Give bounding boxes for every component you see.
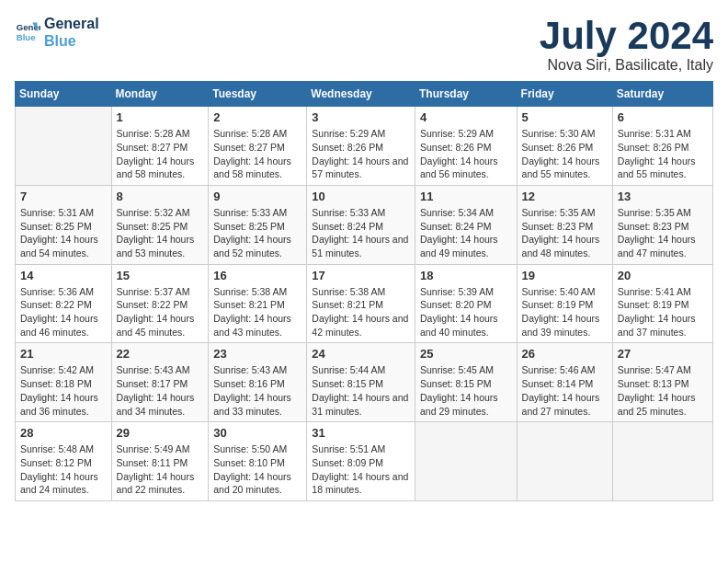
calendar-cell: 1Sunrise: 5:28 AMSunset: 8:27 PMDaylight… [111,107,209,186]
date-number: 15 [117,269,204,282]
date-number: 14 [20,269,107,282]
logo-icon: General Blue [15,19,40,45]
cell-info: Sunrise: 5:39 AMSunset: 8:20 PMDaylight:… [420,285,512,339]
calendar-week-row: 28Sunrise: 5:48 AMSunset: 8:12 PMDayligh… [16,422,713,501]
date-number: 4 [420,110,512,124]
calendar-cell: 19Sunrise: 5:40 AMSunset: 8:19 PMDayligh… [517,264,612,343]
location-title: Nova Siri, Basilicate, Italy [540,57,713,74]
calendar-cell: 20Sunrise: 5:41 AMSunset: 8:19 PMDayligh… [612,264,712,343]
calendar-cell: 21Sunrise: 5:42 AMSunset: 8:18 PMDayligh… [16,343,112,422]
date-number: 29 [117,426,204,440]
cell-info: Sunrise: 5:29 AMSunset: 8:26 PMDaylight:… [420,127,512,181]
date-number: 19 [522,269,608,282]
cell-info: Sunrise: 5:29 AMSunset: 8:26 PMDaylight:… [312,127,410,181]
cell-info: Sunrise: 5:32 AMSunset: 8:25 PMDaylight:… [117,206,204,260]
weekday-header-monday: Monday [111,82,209,107]
date-number: 9 [213,190,301,203]
calendar-table: SundayMondayTuesdayWednesdayThursdayFrid… [15,81,713,501]
cell-info: Sunrise: 5:28 AMSunset: 8:27 PMDaylight:… [117,127,204,181]
date-number: 21 [20,347,107,361]
calendar-week-row: 14Sunrise: 5:36 AMSunset: 8:22 PMDayligh… [16,264,713,343]
cell-info: Sunrise: 5:51 AMSunset: 8:09 PMDaylight:… [312,442,410,497]
calendar-cell: 22Sunrise: 5:43 AMSunset: 8:17 PMDayligh… [111,343,209,422]
cell-info: Sunrise: 5:38 AMSunset: 8:21 PMDaylight:… [213,285,301,339]
weekday-header-tuesday: Tuesday [209,82,307,107]
calendar-cell: 28Sunrise: 5:48 AMSunset: 8:12 PMDayligh… [16,422,112,501]
cell-info: Sunrise: 5:37 AMSunset: 8:22 PMDaylight:… [117,285,204,339]
date-number: 13 [618,190,708,203]
date-number: 23 [213,347,301,361]
calendar-cell: 27Sunrise: 5:47 AMSunset: 8:13 PMDayligh… [612,343,712,422]
date-number: 3 [312,110,410,124]
cell-info: Sunrise: 5:36 AMSunset: 8:22 PMDaylight:… [20,285,107,339]
weekday-header-friday: Friday [517,82,612,107]
calendar-cell: 12Sunrise: 5:35 AMSunset: 8:23 PMDayligh… [517,185,612,264]
cell-info: Sunrise: 5:28 AMSunset: 8:27 PMDaylight:… [213,127,301,181]
logo-text-line1: General [44,15,99,32]
date-number: 1 [117,110,204,124]
weekday-header-thursday: Thursday [415,82,517,107]
calendar-cell: 29Sunrise: 5:49 AMSunset: 8:11 PMDayligh… [111,422,209,501]
date-number: 26 [522,347,608,361]
date-number: 16 [213,269,301,282]
calendar-cell: 31Sunrise: 5:51 AMSunset: 8:09 PMDayligh… [307,422,415,501]
calendar-cell: 5Sunrise: 5:30 AMSunset: 8:26 PMDaylight… [517,107,612,186]
date-number: 25 [420,347,512,361]
calendar-cell: 14Sunrise: 5:36 AMSunset: 8:22 PMDayligh… [16,264,112,343]
cell-info: Sunrise: 5:49 AMSunset: 8:11 PMDaylight:… [117,442,204,497]
cell-info: Sunrise: 5:41 AMSunset: 8:19 PMDaylight:… [618,285,708,339]
calendar-cell: 4Sunrise: 5:29 AMSunset: 8:26 PMDaylight… [415,107,517,186]
logo: General Blue General Blue [15,15,99,50]
calendar-cell: 3Sunrise: 5:29 AMSunset: 8:26 PMDaylight… [307,107,415,186]
weekday-header-wednesday: Wednesday [307,82,415,107]
cell-info: Sunrise: 5:45 AMSunset: 8:15 PMDaylight:… [420,363,512,418]
cell-info: Sunrise: 5:34 AMSunset: 8:24 PMDaylight:… [420,206,512,260]
cell-info: Sunrise: 5:31 AMSunset: 8:25 PMDaylight:… [20,206,107,260]
calendar-week-row: 7Sunrise: 5:31 AMSunset: 8:25 PMDaylight… [16,185,713,264]
date-number: 2 [213,110,301,124]
date-number: 7 [20,190,107,203]
calendar-cell [517,422,612,501]
date-number: 30 [213,426,301,440]
calendar-cell: 11Sunrise: 5:34 AMSunset: 8:24 PMDayligh… [415,185,517,264]
calendar-week-row: 21Sunrise: 5:42 AMSunset: 8:18 PMDayligh… [16,343,713,422]
calendar-cell [415,422,517,501]
calendar-cell: 30Sunrise: 5:50 AMSunset: 8:10 PMDayligh… [209,422,307,501]
cell-info: Sunrise: 5:44 AMSunset: 8:15 PMDaylight:… [312,363,410,418]
calendar-cell: 8Sunrise: 5:32 AMSunset: 8:25 PMDaylight… [111,185,209,264]
weekday-header-saturday: Saturday [612,82,712,107]
calendar-cell: 25Sunrise: 5:45 AMSunset: 8:15 PMDayligh… [415,343,517,422]
cell-info: Sunrise: 5:42 AMSunset: 8:18 PMDaylight:… [20,363,107,418]
date-number: 12 [522,190,608,203]
date-number: 27 [618,347,708,361]
date-number: 6 [618,110,708,124]
date-number: 17 [312,269,410,282]
calendar-cell [16,107,112,186]
cell-info: Sunrise: 5:50 AMSunset: 8:10 PMDaylight:… [213,442,301,497]
weekday-header-sunday: Sunday [16,82,112,107]
cell-info: Sunrise: 5:31 AMSunset: 8:26 PMDaylight:… [618,127,708,181]
calendar-week-row: 1Sunrise: 5:28 AMSunset: 8:27 PMDaylight… [16,107,713,186]
logo-text-line2: Blue [44,32,99,50]
date-number: 10 [312,190,410,203]
calendar-cell: 13Sunrise: 5:35 AMSunset: 8:23 PMDayligh… [612,185,712,264]
calendar-cell: 18Sunrise: 5:39 AMSunset: 8:20 PMDayligh… [415,264,517,343]
cell-info: Sunrise: 5:40 AMSunset: 8:19 PMDaylight:… [522,285,608,339]
cell-info: Sunrise: 5:48 AMSunset: 8:12 PMDaylight:… [20,442,107,497]
cell-info: Sunrise: 5:46 AMSunset: 8:14 PMDaylight:… [522,363,608,418]
calendar-cell: 2Sunrise: 5:28 AMSunset: 8:27 PMDaylight… [209,107,307,186]
date-number: 24 [312,347,410,361]
date-number: 22 [117,347,204,361]
calendar-cell [612,422,712,501]
date-number: 11 [420,190,512,203]
date-number: 31 [312,426,410,440]
date-number: 5 [522,110,608,124]
cell-info: Sunrise: 5:35 AMSunset: 8:23 PMDaylight:… [618,206,708,260]
calendar-header-row: SundayMondayTuesdayWednesdayThursdayFrid… [16,82,713,107]
date-number: 18 [420,269,512,282]
date-number: 8 [117,190,204,203]
page-header: General Blue General Blue July 2024 Nova… [15,15,713,74]
cell-info: Sunrise: 5:33 AMSunset: 8:24 PMDaylight:… [312,206,410,260]
calendar-cell: 7Sunrise: 5:31 AMSunset: 8:25 PMDaylight… [16,185,112,264]
cell-info: Sunrise: 5:33 AMSunset: 8:25 PMDaylight:… [213,206,301,260]
